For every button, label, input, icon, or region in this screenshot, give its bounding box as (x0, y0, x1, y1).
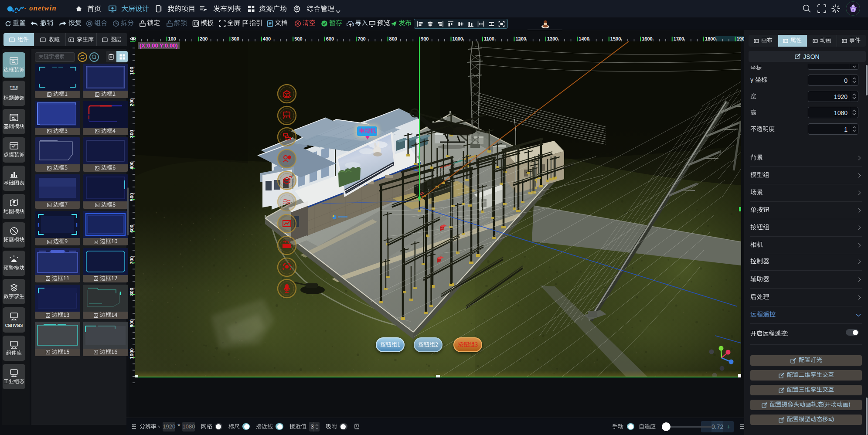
svg-text:800: 800 (129, 288, 134, 296)
svg-text:1800: 1800 (705, 36, 715, 41)
svg-text:TITLE: TITLE (10, 86, 18, 89)
svg-text:100: 100 (129, 67, 134, 75)
svg-text:1200: 1200 (515, 36, 526, 41)
svg-text:100: 100 (168, 36, 176, 41)
svg-text:1000: 1000 (453, 36, 463, 41)
svg-text:1700: 1700 (674, 36, 684, 41)
svg-text:1600: 1600 (642, 36, 652, 41)
svg-text:900: 900 (129, 319, 134, 327)
svg-text:400: 400 (263, 36, 271, 41)
svg-text:1100: 1100 (484, 36, 494, 41)
svg-text:1000: 1000 (129, 348, 134, 359)
svg-text:500: 500 (294, 36, 302, 41)
svg-text:1500: 1500 (610, 36, 621, 41)
svg-text:700: 700 (357, 36, 365, 41)
svg-text:200: 200 (200, 36, 208, 41)
svg-text:700: 700 (129, 256, 134, 264)
svg-text:600: 600 (326, 36, 334, 41)
svg-text:300: 300 (129, 130, 134, 138)
svg-text:200: 200 (129, 99, 134, 106)
svg-text:900: 900 (421, 36, 429, 41)
svg-text:300: 300 (231, 36, 239, 41)
svg-text:400: 400 (129, 161, 134, 169)
svg-text:800: 800 (389, 36, 397, 41)
svg-text:1900: 1900 (737, 36, 745, 41)
svg-text:600: 600 (129, 224, 134, 232)
svg-text:1300: 1300 (547, 36, 558, 41)
svg-text:1400: 1400 (579, 36, 589, 41)
svg-text:500: 500 (129, 193, 134, 201)
